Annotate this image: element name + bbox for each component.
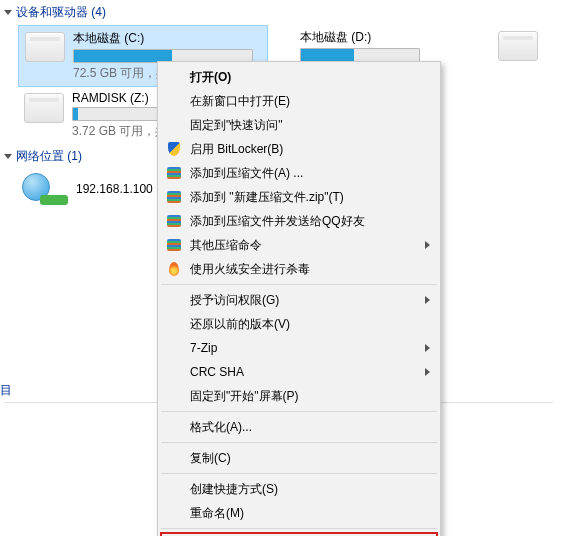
- drive-meta: 3.72 GB 可用，共: [72, 123, 167, 140]
- menu-add-qq[interactable]: 添加到压缩文件并发送给QQ好友: [160, 209, 438, 233]
- chevron-right-icon: [425, 241, 430, 249]
- menu-huorong-scan[interactable]: 使用火绒安全进行杀毒: [160, 257, 438, 281]
- devices-section-label: 设备和驱动器 (4): [16, 4, 106, 21]
- drive-icon: [498, 31, 538, 61]
- menu-separator: [161, 528, 437, 529]
- chevron-right-icon: [425, 344, 430, 352]
- archive-icon: [166, 213, 182, 229]
- devices-section-header[interactable]: 设备和驱动器 (4): [0, 0, 563, 25]
- menu-crc-sha[interactable]: CRC SHA: [160, 360, 438, 384]
- drive-name: 本地磁盘 (C:): [73, 30, 253, 47]
- menu-other-compress[interactable]: 其他压缩命令: [160, 233, 438, 257]
- drive-name: 本地磁盘 (D:): [300, 29, 427, 46]
- flame-icon: [166, 261, 182, 277]
- menu-separator: [161, 442, 437, 443]
- menu-open-new-window[interactable]: 在新窗口中打开(E): [160, 89, 438, 113]
- capacity-fill: [301, 49, 354, 61]
- capacity-fill: [73, 108, 78, 120]
- menu-create-shortcut[interactable]: 创建快捷方式(S): [160, 477, 438, 501]
- menu-separator: [161, 473, 437, 474]
- menu-copy[interactable]: 复制(C): [160, 446, 438, 470]
- drive-info: RAMDISK (Z:) 3.72 GB 可用，共: [72, 91, 167, 140]
- archive-icon: [166, 165, 182, 181]
- chevron-down-icon: [4, 10, 12, 15]
- menu-add-to-archive[interactable]: 添加到压缩文件(A) ...: [160, 161, 438, 185]
- plug-icon: [40, 195, 68, 205]
- drive-name: RAMDISK (Z:): [72, 91, 167, 105]
- shield-icon: [166, 141, 182, 157]
- menu-pin-start[interactable]: 固定到"开始"屏幕(P): [160, 384, 438, 408]
- menu-bitlocker[interactable]: 启用 BitLocker(B): [160, 137, 438, 161]
- archive-icon: [166, 189, 182, 205]
- menu-separator: [161, 284, 437, 285]
- truncated-section-label: 目: [0, 382, 12, 399]
- chevron-right-icon: [425, 296, 430, 304]
- drive-icon: [25, 32, 65, 62]
- menu-pin-quick-access[interactable]: 固定到"快速访问": [160, 113, 438, 137]
- menu-format[interactable]: 格式化(A)...: [160, 415, 438, 439]
- drive-icon: [24, 93, 64, 123]
- network-ip: 192.168.1.100: [76, 182, 153, 196]
- menu-properties[interactable]: 属性(R): [160, 532, 438, 536]
- menu-separator: [161, 411, 437, 412]
- network-section-label: 网络位置 (1): [16, 148, 82, 165]
- context-menu: 打开(O) 在新窗口中打开(E) 固定到"快速访问" 启用 BitLocker(…: [157, 61, 441, 536]
- menu-grant-access[interactable]: 授予访问权限(G): [160, 288, 438, 312]
- capacity-bar: [300, 48, 420, 62]
- chevron-down-icon: [4, 154, 12, 159]
- menu-add-to-zip[interactable]: 添加到 "新建压缩文件.zip"(T): [160, 185, 438, 209]
- chevron-right-icon: [425, 368, 430, 376]
- archive-icon: [166, 237, 182, 253]
- menu-previous-versions[interactable]: 还原以前的版本(V): [160, 312, 438, 336]
- menu-rename[interactable]: 重命名(M): [160, 501, 438, 525]
- menu-7zip[interactable]: 7-Zip: [160, 336, 438, 360]
- capacity-bar: [72, 107, 162, 121]
- menu-open[interactable]: 打开(O): [160, 65, 438, 89]
